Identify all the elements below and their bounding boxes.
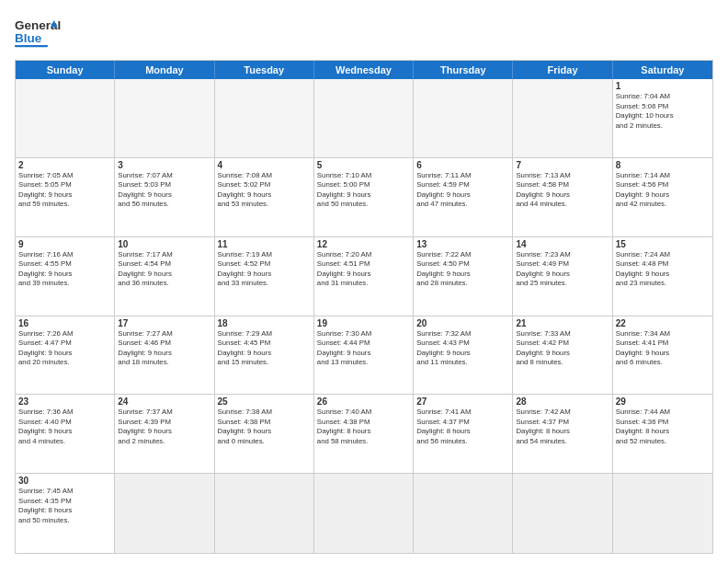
day-number: 7 [516, 160, 609, 170]
calendar-cell-empty [613, 474, 712, 553]
weekday-header-sunday: Sunday [16, 61, 115, 79]
calendar-cell: 22Sunrise: 7:34 AMSunset: 4:41 PMDayligh… [613, 316, 712, 395]
day-info: Sunrise: 7:10 AMSunset: 5:00 PMDaylight:… [317, 171, 410, 210]
day-number: 27 [416, 396, 509, 407]
day-info: Sunrise: 7:26 AMSunset: 4:47 PMDaylight:… [18, 329, 111, 368]
calendar-cell: 27Sunrise: 7:41 AMSunset: 4:37 PMDayligh… [414, 395, 513, 473]
logo-svg: General Blue [15, 13, 70, 54]
day-info: Sunrise: 7:07 AMSunset: 5:03 PMDaylight:… [118, 171, 210, 210]
day-info: Sunrise: 7:41 AMSunset: 4:37 PMDaylight:… [416, 408, 509, 446]
calendar-cell: 28Sunrise: 7:42 AMSunset: 4:37 PMDayligh… [513, 395, 612, 473]
calendar-cell: 30Sunrise: 7:45 AMSunset: 4:35 PMDayligh… [16, 474, 115, 553]
day-info: Sunrise: 7:16 AMSunset: 4:55 PMDaylight:… [18, 250, 111, 289]
day-info: Sunrise: 7:32 AMSunset: 4:43 PMDaylight:… [416, 329, 509, 368]
calendar-cell-empty [513, 474, 612, 553]
calendar-cell: 4Sunrise: 7:08 AMSunset: 5:02 PMDaylight… [215, 158, 314, 236]
day-info: Sunrise: 7:20 AMSunset: 4:51 PMDaylight:… [317, 250, 410, 289]
calendar-row-4: 23Sunrise: 7:36 AMSunset: 4:40 PMDayligh… [16, 395, 712, 474]
day-info: Sunrise: 7:13 AMSunset: 4:58 PMDaylight:… [516, 171, 609, 210]
calendar-cell [215, 79, 314, 157]
calendar-cell: 16Sunrise: 7:26 AMSunset: 4:47 PMDayligh… [16, 316, 115, 395]
weekday-header-saturday: Saturday [613, 61, 712, 79]
day-number: 16 [18, 318, 111, 328]
weekday-header-thursday: Thursday [414, 61, 513, 79]
day-number: 14 [516, 239, 609, 249]
calendar-cell: 2Sunrise: 7:05 AMSunset: 5:05 PMDaylight… [16, 158, 115, 236]
day-info: Sunrise: 7:19 AMSunset: 4:52 PMDaylight:… [218, 250, 311, 289]
calendar-cell: 26Sunrise: 7:40 AMSunset: 4:38 PMDayligh… [314, 395, 414, 473]
day-info: Sunrise: 7:42 AMSunset: 4:37 PMDaylight:… [516, 408, 609, 446]
day-info: Sunrise: 7:37 AMSunset: 4:39 PMDaylight:… [118, 408, 210, 446]
day-number: 2 [18, 160, 111, 170]
calendar-cell [314, 79, 414, 157]
day-number: 12 [317, 239, 410, 249]
day-number: 15 [616, 239, 710, 249]
calendar-body: 1Sunrise: 7:04 AMSunset: 5:06 PMDaylight… [16, 79, 712, 553]
day-info: Sunrise: 7:24 AMSunset: 4:48 PMDaylight:… [616, 250, 710, 289]
day-info: Sunrise: 7:27 AMSunset: 4:46 PMDaylight:… [118, 329, 210, 368]
calendar-cell: 6Sunrise: 7:11 AMSunset: 4:59 PMDaylight… [414, 158, 513, 236]
calendar-cell: 18Sunrise: 7:29 AMSunset: 4:45 PMDayligh… [215, 316, 314, 395]
weekday-header-friday: Friday [513, 61, 612, 79]
header: General Blue [15, 9, 713, 54]
day-info: Sunrise: 7:29 AMSunset: 4:45 PMDaylight:… [218, 329, 311, 368]
day-number: 29 [616, 396, 710, 407]
calendar-cell: 23Sunrise: 7:36 AMSunset: 4:40 PMDayligh… [16, 395, 115, 473]
day-number: 8 [616, 160, 710, 170]
day-info: Sunrise: 7:23 AMSunset: 4:49 PMDaylight:… [516, 250, 609, 289]
day-info: Sunrise: 7:40 AMSunset: 4:38 PMDaylight:… [317, 408, 410, 446]
day-info: Sunrise: 7:30 AMSunset: 4:44 PMDaylight:… [317, 329, 410, 368]
calendar-cell [115, 79, 214, 157]
day-number: 24 [118, 396, 210, 407]
calendar-cell: 17Sunrise: 7:27 AMSunset: 4:46 PMDayligh… [115, 316, 214, 395]
weekday-header-monday: Monday [115, 61, 214, 79]
calendar-row-3: 16Sunrise: 7:26 AMSunset: 4:47 PMDayligh… [16, 316, 712, 396]
calendar-row-0: 1Sunrise: 7:04 AMSunset: 5:06 PMDaylight… [16, 79, 712, 158]
day-info: Sunrise: 7:22 AMSunset: 4:50 PMDaylight:… [416, 250, 509, 289]
calendar-cell: 25Sunrise: 7:38 AMSunset: 4:38 PMDayligh… [215, 395, 314, 473]
day-number: 10 [118, 239, 210, 249]
day-number: 22 [616, 318, 710, 328]
calendar-cell [513, 79, 612, 157]
svg-rect-3 [15, 45, 48, 47]
day-info: Sunrise: 7:05 AMSunset: 5:05 PMDaylight:… [18, 171, 111, 210]
day-number: 3 [118, 160, 210, 170]
calendar-cell: 11Sunrise: 7:19 AMSunset: 4:52 PMDayligh… [215, 237, 314, 316]
day-number: 4 [218, 160, 311, 170]
page: General Blue SundayMondayTuesdayWednesda… [0, 0, 728, 563]
calendar-cell: 9Sunrise: 7:16 AMSunset: 4:55 PMDaylight… [16, 237, 115, 316]
day-number: 19 [317, 318, 410, 328]
calendar-cell: 29Sunrise: 7:44 AMSunset: 4:36 PMDayligh… [613, 395, 712, 473]
calendar-cell: 21Sunrise: 7:33 AMSunset: 4:42 PMDayligh… [513, 316, 612, 395]
calendar-header: SundayMondayTuesdayWednesdayThursdayFrid… [16, 61, 712, 79]
day-number: 26 [317, 396, 410, 407]
calendar-cell: 14Sunrise: 7:23 AMSunset: 4:49 PMDayligh… [513, 237, 612, 316]
calendar-cell: 20Sunrise: 7:32 AMSunset: 4:43 PMDayligh… [414, 316, 513, 395]
calendar-cell-empty [215, 474, 314, 553]
day-number: 17 [118, 318, 210, 328]
day-info: Sunrise: 7:34 AMSunset: 4:41 PMDaylight:… [616, 329, 710, 368]
day-number: 1 [616, 81, 710, 91]
day-number: 30 [18, 476, 111, 486]
day-info: Sunrise: 7:45 AMSunset: 4:35 PMDaylight:… [18, 487, 111, 525]
calendar-cell-empty [314, 474, 414, 553]
calendar-cell: 7Sunrise: 7:13 AMSunset: 4:58 PMDaylight… [513, 158, 612, 236]
day-number: 11 [218, 239, 311, 249]
day-number: 23 [18, 396, 111, 407]
calendar: SundayMondayTuesdayWednesdayThursdayFrid… [15, 60, 713, 554]
svg-text:Blue: Blue [15, 31, 42, 45]
day-info: Sunrise: 7:36 AMSunset: 4:40 PMDaylight:… [18, 408, 111, 446]
calendar-row-last: 30Sunrise: 7:45 AMSunset: 4:35 PMDayligh… [16, 474, 712, 553]
day-info: Sunrise: 7:14 AMSunset: 4:56 PMDaylight:… [616, 171, 710, 210]
calendar-cell: 13Sunrise: 7:22 AMSunset: 4:50 PMDayligh… [414, 237, 513, 316]
day-number: 20 [416, 318, 509, 328]
day-info: Sunrise: 7:33 AMSunset: 4:42 PMDaylight:… [516, 329, 609, 368]
calendar-cell: 8Sunrise: 7:14 AMSunset: 4:56 PMDaylight… [613, 158, 712, 236]
calendar-cell: 1Sunrise: 7:04 AMSunset: 5:06 PMDaylight… [613, 79, 712, 157]
day-number: 18 [218, 318, 311, 328]
calendar-row-2: 9Sunrise: 7:16 AMSunset: 4:55 PMDaylight… [16, 237, 712, 316]
day-info: Sunrise: 7:08 AMSunset: 5:02 PMDaylight:… [218, 171, 311, 210]
calendar-cell: 24Sunrise: 7:37 AMSunset: 4:39 PMDayligh… [115, 395, 214, 473]
day-number: 5 [317, 160, 410, 170]
day-number: 28 [516, 396, 609, 407]
